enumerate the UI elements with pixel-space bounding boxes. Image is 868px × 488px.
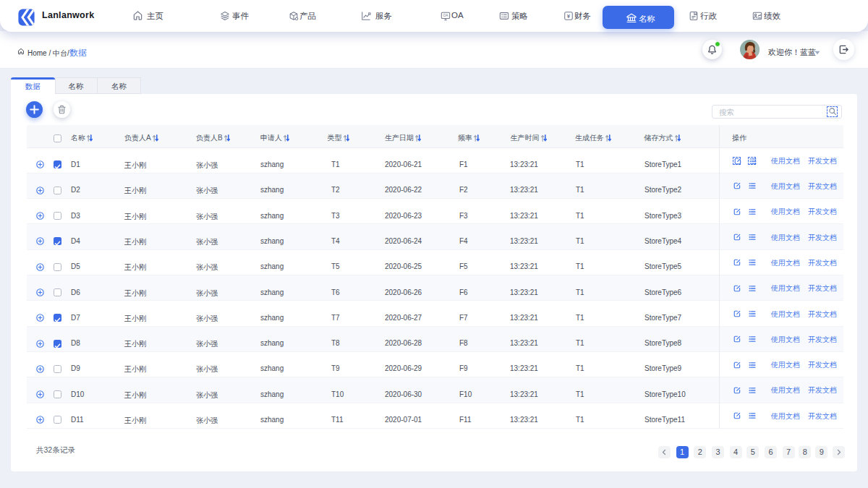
svg-text:OA: OA [443,14,449,17]
svg-text:¥: ¥ [567,12,571,19]
